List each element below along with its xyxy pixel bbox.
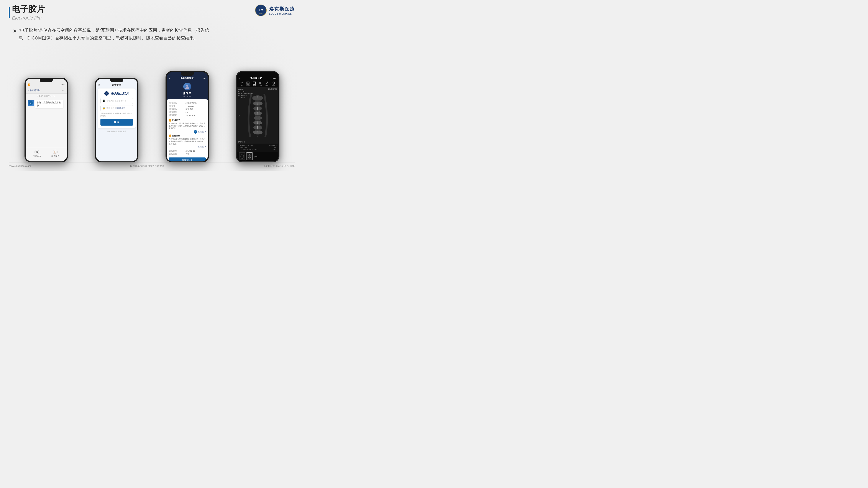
dicom-orientation-label: (A) xyxy=(238,115,240,117)
phone-icon: 📱 xyxy=(102,100,105,102)
expert-consult-icon: ☎ xyxy=(34,150,39,155)
footer-website: www.chinalocus.com xyxy=(9,165,31,167)
login-card: LC 洛克斯云胶片 📱 请输入11位数字手机号 🔒 输验证码 xyxy=(98,89,135,128)
phone4-screen: × 洛克斯云影 ●●● 3D Vi xyxy=(237,72,278,161)
report-status-value: 有邑 xyxy=(185,153,205,155)
exam-no-value: 12345666 xyxy=(185,105,205,107)
login-close-btn[interactable]: × xyxy=(98,83,100,87)
tool-info-label: Info xyxy=(272,85,275,86)
dicom-tool-info[interactable]: i Info xyxy=(272,82,275,86)
tool-cine-label: Cine xyxy=(259,85,262,86)
hospital-label: 检查医院 xyxy=(169,102,185,104)
expand-icon[interactable]: + xyxy=(194,130,197,134)
wechat-bottom-nav: ☎ 专家会诊 📋 电子胶片 xyxy=(26,148,67,159)
wechat-title-bar: < 洛克斯云影 ··· xyxy=(26,88,67,94)
logo-english: LOCUS MEDICAL xyxy=(269,12,295,15)
svg-line-12 xyxy=(241,83,242,84)
dicom-close-btn[interactable]: × xyxy=(239,77,240,80)
footer-slogan: 以质量赢得市场 用服务创造价值 xyxy=(130,164,164,167)
sca-info: SCA xyxy=(269,149,276,151)
header: 电子胶片 Electronic film LC LOCUS 洛克斯医療 LOCU… xyxy=(9,4,295,21)
wechat-film-btn[interactable]: 📋 电子胶片 xyxy=(52,150,59,158)
svg-point-39 xyxy=(254,129,261,131)
cube-icon xyxy=(240,82,243,85)
logo-text-area: 洛克斯医療 LOCUS MEDICAL xyxy=(269,6,295,15)
page-container: 电子胶片 Electronic film LC LOCUS 洛克斯医療 LOCU… xyxy=(0,0,304,171)
dicom-title: 洛克斯云影 xyxy=(250,76,262,80)
phone-input-field[interactable]: 📱 请输入11位数字手机号 xyxy=(100,98,133,104)
diagnosis-expand-more[interactable]: 展开更多▾ xyxy=(198,145,206,148)
dicom-tool-view[interactable]: View xyxy=(246,82,250,86)
dicom-bottom-info-left: THICKNESS:3.0000 LOSSLESS COLUMNS:832/RO… xyxy=(239,144,257,151)
page-title-chinese: 电子胶片 xyxy=(12,4,45,14)
phone-placeholder: 请输入11位数字手机号 xyxy=(106,100,126,102)
info-icon: i xyxy=(272,82,275,85)
dicom-thumb2-active[interactable] xyxy=(246,153,253,160)
exam-type-label: 检查类型 xyxy=(169,111,185,113)
wechat-menu-dots[interactable]: ··· xyxy=(62,89,65,92)
login-submit-btn[interactable]: 登 录 xyxy=(100,119,133,126)
svg-rect-15 xyxy=(247,83,248,85)
diagnosis-title: 影像诊断 xyxy=(169,134,206,137)
description-section: ➤ “电子胶片”是储存在云空间的数字影像，是“互联网+”技术在医疗中的应用，患者… xyxy=(13,26,295,42)
svg-point-38 xyxy=(255,124,261,126)
title-section: 电子胶片 Electronic film xyxy=(9,4,45,21)
dicom-tool-anno[interactable]: Anno. xyxy=(265,82,269,86)
svg-text:i: i xyxy=(273,83,274,85)
imm-icon xyxy=(253,82,256,85)
phone1-notch xyxy=(40,78,53,82)
desc-content: “电子胶片”是储存在云空间的数字影像，是“互联网+”技术在医疗中的应用，患者的检… xyxy=(19,26,209,42)
wechat-back-btn[interactable]: < 洛克斯云影 xyxy=(28,89,40,92)
pl-label-info: [PL] xyxy=(269,147,276,149)
findings-text: 左肺有结节，呈现毛玻璃状左肺有结节，呈现毛玻璃状左肺有结节，呈现毛玻璃状左肺有结… xyxy=(169,122,206,130)
svg-point-33 xyxy=(254,100,261,102)
dicom-thumb1[interactable] xyxy=(239,153,245,160)
report-screen-title: 影像报告详情 xyxy=(181,77,193,80)
report-close-btn[interactable]: × xyxy=(169,76,170,80)
phone2-screen: × 患者登录 ··· LC 洛克斯云胶片 📱 xyxy=(96,79,137,161)
svg-text:LC: LC xyxy=(106,93,107,95)
dicom-tool-imm[interactable]: IMM xyxy=(253,82,256,86)
phone2-frame: × 患者登录 ··· LC 洛克斯云胶片 📱 xyxy=(95,78,138,162)
svg-point-37 xyxy=(255,120,260,121)
electronic-film-label: 电子胶片 xyxy=(52,155,59,158)
diagnosis-section: 影像诊断 左肺有结节，呈现毛玻璃状左肺有结节，呈现毛玻璃状左肺有结节，呈现毛玻璃… xyxy=(169,134,206,148)
phone4-notch xyxy=(251,72,264,76)
dicom-tool-cine[interactable]: Cine xyxy=(259,82,262,86)
phone1-frame: 📶 11:06 < 洛克斯云影 ··· 5月7日 星期三 11:08 云 xyxy=(25,78,68,162)
table-row: 检查医院 北京航空医院 xyxy=(169,102,205,104)
exam-date-value: 2019-01-07 xyxy=(185,114,205,117)
view-image-btn[interactable]: 查看云影像 xyxy=(169,158,206,161)
dicom-bottom-info-right: WL:-5000.0 [PL] SCA xyxy=(269,144,276,151)
title-text-group: 电子胶片 Electronic film xyxy=(12,4,45,21)
svg-rect-13 xyxy=(247,82,248,83)
login-menu-dots[interactable]: ··· xyxy=(133,83,135,86)
svg-rect-9 xyxy=(242,83,243,84)
phone4-frame: × 洛克斯云影 ●●● 3D Vi xyxy=(236,71,279,162)
table-row: 报告日期 2019-02-05 xyxy=(169,150,205,152)
expand-more-text[interactable]: 展开更多▾ xyxy=(198,131,206,133)
id-info: IDXXX:077 xyxy=(238,91,253,93)
report-date-value: 2019-02-05 xyxy=(185,150,205,152)
phone3-notch xyxy=(181,72,194,76)
tool-anno-label: Anno. xyxy=(265,85,269,86)
dicom-toolbar: 3D View IMM xyxy=(237,81,278,88)
phone1-screen: 📶 11:06 < 洛克斯云影 ··· 5月7日 星期三 11:08 云 xyxy=(26,79,67,161)
login-logo-icon: LC xyxy=(104,91,109,96)
table-row: 检查类型 CT xyxy=(169,111,205,113)
report-menu-dots[interactable]: ··· xyxy=(203,77,206,80)
phone3-frame: × 影像报告详情 ··· 张先生 男 | 80岁 xyxy=(165,71,209,162)
table-row: 报告医生 有邑 xyxy=(169,153,205,155)
table-row: 检查日期 2019-01-07 xyxy=(169,114,205,117)
svg-line-11 xyxy=(242,82,243,83)
dicom-tool-3d[interactable]: 3D xyxy=(240,82,243,86)
get-verify-btn[interactable]: 获取验证码 xyxy=(116,107,125,109)
columns-info: COLUMNS:832/ROWS:832 xyxy=(239,149,257,151)
wechat-expert-btn[interactable]: ☎ 专家会诊 xyxy=(33,150,41,158)
desc-line1: “电子胶片”是储存在云空间的数字影像，是“互联网+”技术在医疗中的应用，患者的检… xyxy=(19,26,209,34)
verify-input[interactable]: 🔒 输验证码 获取验证码 xyxy=(100,105,133,111)
series-info: spine(1) xyxy=(238,88,253,91)
birth-info: BIRTH:1956/3/(0053Y) xyxy=(238,93,253,95)
dicom-info-overlay: spine(1) IDXXX:077 BIRTH:1956/3/(0053Y) … xyxy=(238,88,253,99)
report-card: 检查医院 北京航空医院 检查号 12345666 检查部位 颈部脊柱 xyxy=(166,99,208,161)
